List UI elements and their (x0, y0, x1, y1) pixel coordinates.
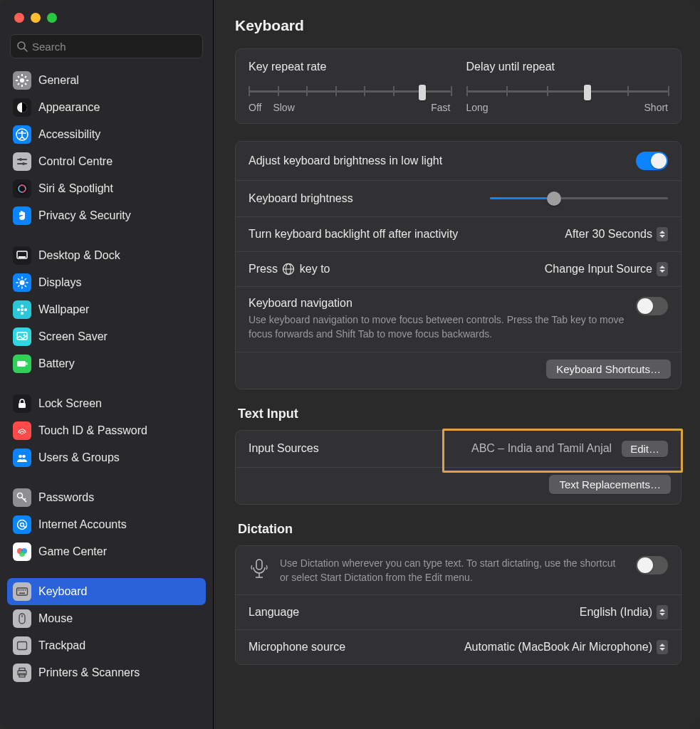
keyboard-main-panel: Key repeat rate Off Slow Fast Delay unti… (235, 48, 681, 124)
globe-key-popup[interactable]: Change Input Source (545, 262, 668, 276)
repeat-sliders-row: Key repeat rate Off Slow Fast Delay unti… (236, 49, 681, 123)
sidebar-item-privacy-security[interactable]: Privacy & Security (7, 202, 206, 229)
keyboard-nav-toggle[interactable] (636, 297, 668, 315)
svg-rect-55 (21, 589, 23, 591)
svg-point-32 (21, 308, 23, 311)
sidebar-item-battery[interactable]: Battery (7, 350, 206, 377)
svg-point-17 (22, 162, 25, 165)
svg-point-43 (22, 455, 26, 458)
input-sources-value: ABC – India and Tamil Anjal (471, 442, 612, 455)
users-icon (13, 449, 31, 467)
minimize-window-button[interactable] (31, 13, 41, 23)
sidebar-item-wallpaper[interactable]: Wallpaper (7, 296, 206, 323)
search-input[interactable] (32, 41, 197, 53)
sidebar-item-accessibility[interactable]: Accessibility (7, 121, 206, 148)
text-replacements-button[interactable]: Text Replacements… (549, 475, 671, 494)
delay-long-label: Long (466, 102, 489, 113)
mic-source-popup[interactable]: Automatic (MacBook Air Microphone) (464, 640, 668, 654)
backlight-inactivity-popup[interactable]: After 30 Seconds (565, 227, 668, 241)
svg-rect-40 (26, 362, 28, 365)
backlight-inactivity-row: Turn keyboard backlight off after inacti… (236, 216, 681, 251)
key-repeat-slider[interactable] (249, 83, 451, 99)
sidebar-item-label: Siri & Spotlight (38, 182, 113, 195)
svg-rect-58 (19, 593, 25, 594)
sidebar-item-label: Touch ID & Password (38, 424, 147, 437)
svg-rect-54 (20, 589, 21, 591)
sidebar-item-general[interactable]: General (7, 67, 206, 94)
lock-icon (13, 394, 31, 413)
sidebar-item-passwords[interactable]: Passwords (7, 484, 206, 511)
svg-rect-39 (17, 361, 26, 367)
sidebar-item-siri-spotlight[interactable]: Siri & Spotlight (7, 175, 206, 202)
svg-point-35 (17, 308, 20, 311)
key-icon (13, 488, 31, 507)
dictation-language-popup[interactable]: English (India) (580, 605, 668, 619)
dictation-toggle[interactable] (636, 556, 668, 575)
sidebar-item-label: Control Centre (38, 155, 113, 168)
keyboard-shortcuts-button[interactable]: Keyboard Shortcuts… (546, 360, 671, 379)
sidebar-item-game-center[interactable]: Game Center (7, 538, 206, 565)
keyboard-nav-desc: Use keyboard navigation to move focus be… (249, 313, 626, 342)
sidebar-item-internet-accounts[interactable]: Internet Accounts (7, 511, 206, 538)
sidebar-item-label: Users & Groups (38, 451, 120, 464)
svg-line-10 (25, 76, 26, 78)
svg-point-38 (23, 335, 26, 337)
delay-slider[interactable] (466, 83, 669, 99)
svg-point-36 (24, 308, 27, 311)
search-field[interactable] (10, 34, 203, 58)
sidebar-item-control-centre[interactable]: Control Centre (7, 148, 206, 175)
sidebar-item-displays[interactable]: Displays (7, 269, 206, 296)
appearance-icon (13, 98, 31, 117)
screensaver-icon (13, 327, 31, 346)
svg-point-42 (19, 455, 22, 458)
svg-line-31 (25, 279, 26, 280)
search-wrap (0, 30, 213, 67)
sidebar-item-printers-scanners[interactable]: Printers & Scanners (7, 659, 206, 686)
mouse-icon (13, 609, 31, 628)
sidebar-item-label: Desktop & Dock (38, 249, 120, 262)
sidebar-item-label: Lock Screen (38, 397, 102, 410)
dictation-language-label: Language (249, 606, 299, 619)
dictation-language-row: Language English (India) (236, 594, 681, 629)
sidebar-item-keyboard[interactable]: Keyboard (7, 578, 206, 605)
updown-icon (657, 640, 668, 654)
svg-line-9 (18, 83, 19, 85)
sidebar-item-appearance[interactable]: Appearance (7, 94, 206, 121)
sidebar-item-desktop-dock[interactable]: Desktop & Dock (7, 242, 206, 269)
svg-point-48 (21, 523, 24, 527)
sidebar-item-screen-saver[interactable]: Screen Saver (7, 323, 206, 350)
edit-input-sources-button[interactable]: Edit… (622, 441, 668, 457)
gamecenter-icon (13, 542, 31, 561)
key-repeat-slow-label: Slow (273, 102, 294, 113)
sidebar-item-mouse[interactable]: Mouse (7, 605, 206, 632)
svg-point-47 (18, 520, 27, 530)
sidebar-item-label: Game Center (38, 545, 107, 558)
brightness-slider[interactable] (490, 191, 668, 206)
mic-source-row: Microphone source Automatic (MacBook Air… (236, 629, 681, 664)
sidebar-list: General Appearance Accessibility Control… (0, 67, 213, 729)
globe-key-label: Press key to (249, 263, 330, 276)
svg-rect-41 (19, 403, 26, 408)
sidebar-item-users-groups[interactable]: Users & Groups (7, 444, 206, 471)
sidebar-item-label: Privacy & Security (38, 209, 131, 222)
delay-block: Delay until repeat Long Short (466, 61, 669, 113)
sidebar-item-trackpad[interactable]: Trackpad (7, 632, 206, 659)
auto-brightness-label: Adjust keyboard brightness in low light (249, 154, 442, 167)
dictation-panel: Use Dictation wherever you can type text… (235, 545, 681, 666)
svg-point-33 (21, 305, 23, 308)
auto-brightness-row: Adjust keyboard brightness in low light (236, 142, 681, 180)
sun-icon (13, 273, 31, 292)
svg-rect-52 (17, 588, 28, 595)
close-window-button[interactable] (14, 13, 24, 23)
sidebar-item-touch-id-password[interactable]: Touch ID & Password (7, 417, 206, 444)
updown-icon (657, 262, 668, 276)
auto-brightness-toggle[interactable] (636, 152, 668, 170)
sidebar-item-label: Internet Accounts (38, 518, 127, 531)
sidebar-item-lock-screen[interactable]: Lock Screen (7, 390, 206, 417)
dictation-toggle-row: Use Dictation wherever you can type text… (236, 546, 681, 595)
search-icon (16, 41, 28, 52)
zoom-window-button[interactable] (47, 13, 57, 23)
svg-rect-63 (19, 668, 25, 671)
text-input-panel: Input Sources ABC – India and Tamil Anja… (235, 430, 681, 505)
hand-icon (13, 206, 31, 225)
